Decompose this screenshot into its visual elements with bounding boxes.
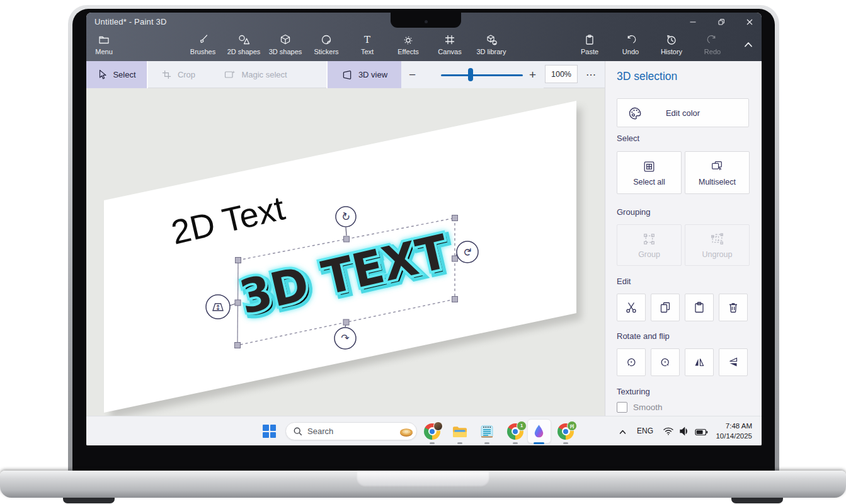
- ribbon-text[interactable]: T Text: [347, 33, 387, 60]
- windows-start-button[interactable]: [263, 425, 276, 438]
- 3d-shapes-icon: [279, 33, 292, 46]
- history-clock-icon: [665, 33, 678, 46]
- multiselect-button[interactable]: Multiselect: [685, 151, 750, 194]
- stickers-icon: [320, 33, 333, 46]
- ribbon-redo[interactable]: Redo: [692, 33, 733, 60]
- 3d-view-button[interactable]: 3D view: [328, 61, 401, 88]
- volume-icon[interactable]: [679, 427, 690, 438]
- rotate-left-icon: [624, 355, 638, 369]
- taskbar-app-chrome-profile2[interactable]: 1: [505, 416, 526, 445]
- taskbar-app-paint3d-active[interactable]: [528, 416, 549, 445]
- flip-horizontal-button[interactable]: [685, 348, 714, 376]
- magic-select-button[interactable]: Magic select: [209, 61, 303, 88]
- running-indicator: [484, 442, 489, 444]
- redo-icon: [706, 33, 719, 46]
- laptop-mockup: Untitled* - Paint 3D: [0, 0, 846, 504]
- flip-vertical-icon: [726, 355, 740, 369]
- ungroup-button[interactable]: Ungroup: [685, 224, 750, 266]
- lid-lift-notch: [357, 471, 489, 488]
- trash-icon: [726, 301, 740, 314]
- ribbon-2d-shapes[interactable]: 2D shapes: [224, 33, 264, 60]
- select-all-button[interactable]: Select all: [617, 151, 682, 194]
- paste-clipboard-icon: [692, 301, 706, 314]
- windows-taskbar: Search: [86, 416, 762, 445]
- zoom-out-button[interactable]: −: [409, 61, 416, 88]
- smooth-checkbox-label: Smooth: [633, 403, 663, 412]
- select-tool-button[interactable]: Select: [86, 61, 147, 88]
- close-button[interactable]: [745, 18, 754, 26]
- more-options-button[interactable]: ⋯: [579, 61, 604, 88]
- rotate-left-button[interactable]: [617, 348, 646, 376]
- ribbon-menu[interactable]: Menu: [86, 33, 124, 60]
- tray-date: 10/14/2025: [707, 432, 752, 442]
- texturing-section-label: Texturing: [617, 387, 650, 396]
- zoom-slider-track[interactable]: [441, 74, 523, 76]
- svg-text:T: T: [364, 34, 370, 45]
- wifi-icon[interactable]: [663, 426, 674, 438]
- crop-icon: [161, 69, 172, 80]
- canvas-frame-icon: [443, 33, 456, 46]
- camera-notch: [391, 13, 461, 28]
- group-icon: [642, 232, 656, 246]
- ribbon-paste[interactable]: Paste: [569, 33, 610, 60]
- group-button[interactable]: Group: [617, 224, 682, 266]
- taskbar-app-chrome-profile3[interactable]: pj: [555, 416, 576, 445]
- rotate-flip-section-label: Rotate and flip: [617, 331, 670, 341]
- ribbon-brushes[interactable]: Brushes: [183, 33, 223, 60]
- ribbon-undo[interactable]: Undo: [610, 33, 651, 60]
- webcam-dot: [425, 20, 428, 23]
- paste-icon: [583, 33, 596, 46]
- cut-button[interactable]: [617, 294, 646, 321]
- taskbar-app-chrome-profile1[interactable]: [421, 416, 443, 445]
- flip-vertical-button[interactable]: [719, 348, 748, 376]
- edit-section-label: Edit: [617, 277, 631, 286]
- workspace-canvas[interactable]: 2D Text 3D TEXT 3D TEXT: [86, 88, 605, 416]
- 2d-shapes-icon: [237, 33, 250, 46]
- zoom-controls: − +: [401, 61, 544, 88]
- text-icon: T: [361, 33, 374, 46]
- taskbar-app-file-explorer[interactable]: [449, 416, 471, 445]
- cursor-icon: [97, 69, 107, 80]
- zoom-slider-thumb[interactable]: [468, 68, 473, 81]
- screen-bezel: Untitled* - Paint 3D: [72, 9, 775, 485]
- ribbon-history[interactable]: History: [651, 33, 692, 60]
- minimize-button[interactable]: [689, 18, 697, 26]
- ribbon-stickers[interactable]: Stickers: [306, 33, 346, 60]
- battery-icon[interactable]: [695, 427, 708, 438]
- delete-button[interactable]: [719, 294, 748, 321]
- paint3d-icon: [532, 424, 546, 438]
- edit-color-button[interactable]: Edit color: [617, 98, 749, 127]
- active-indicator: [534, 442, 544, 444]
- tool-options-bar: Select Crop Magic select 3D view: [86, 61, 605, 88]
- tray-language[interactable]: ENG: [637, 427, 653, 435]
- running-indicator: [457, 442, 462, 444]
- tray-clock[interactable]: 7:48 AM 10/14/2025: [707, 421, 752, 441]
- running-indicator: [430, 442, 435, 444]
- undo-icon: [624, 33, 637, 46]
- ribbon-canvas[interactable]: Canvas: [430, 33, 470, 60]
- paste-button[interactable]: [685, 294, 714, 321]
- chrome-icon: pj: [557, 423, 574, 440]
- tray-time: 7:48 AM: [707, 421, 752, 432]
- ribbon-3d-library[interactable]: 3D library: [471, 33, 512, 60]
- taskbar-app-journal[interactable]: [476, 416, 498, 445]
- zoom-value[interactable]: 100%: [545, 65, 578, 83]
- tray-chevron-up[interactable]: [619, 427, 627, 438]
- collapse-ribbon-chevron[interactable]: [728, 33, 762, 60]
- crop-tool-button[interactable]: Crop: [148, 61, 209, 88]
- copy-button[interactable]: [651, 294, 680, 321]
- 3d-library-icon: [485, 33, 498, 46]
- smooth-checkbox[interactable]: [617, 402, 627, 413]
- flip-horizontal-icon: [692, 355, 706, 369]
- rotate-y-icon: ↻: [461, 248, 474, 256]
- window-title: Untitled* - Paint 3D: [94, 17, 167, 26]
- chrome-badge: pj: [567, 421, 577, 431]
- effects-sun-icon: [402, 33, 414, 46]
- ribbon-effects[interactable]: Effects: [388, 33, 428, 60]
- 3d-view-icon: [341, 69, 353, 81]
- zoom-in-button[interactable]: +: [529, 61, 536, 88]
- restore-button[interactable]: [717, 18, 726, 26]
- ribbon-3d-shapes[interactable]: 3D shapes: [265, 33, 306, 60]
- taskbar-search-box[interactable]: Search: [285, 422, 417, 440]
- rotate-right-button[interactable]: [651, 348, 680, 376]
